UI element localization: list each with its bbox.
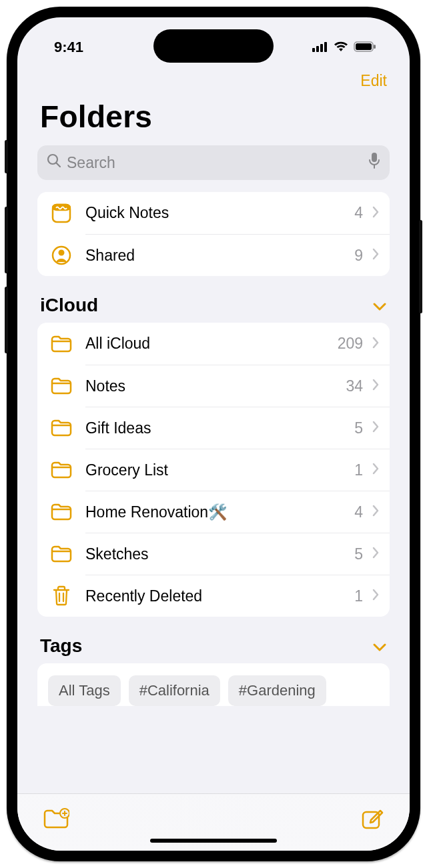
chevron-right-icon [372,547,379,561]
folder-count: 34 [346,377,363,395]
svg-point-14 [59,249,65,255]
chevron-right-icon [372,206,379,221]
tag-chip[interactable]: #California [129,675,220,706]
chevron-right-icon [372,505,379,519]
home-indicator[interactable] [150,839,277,843]
folder-icon [49,374,73,398]
svg-rect-2 [320,44,323,52]
chevron-right-icon [372,589,379,603]
folder-row[interactable]: Sketches 5 [37,533,390,575]
folder-icon [49,416,73,440]
svg-rect-3 [324,42,327,52]
folder-count: 5 [354,419,363,437]
svg-rect-5 [356,43,372,50]
svg-rect-1 [316,46,319,52]
folder-label: Shared [85,247,345,265]
new-folder-button[interactable] [43,807,69,833]
section-header-icloud[interactable]: iCloud [37,295,390,323]
folder-label: Grocery List [85,461,345,479]
tag-chip[interactable]: #Gardening [228,675,326,706]
tag-chip[interactable]: All Tags [48,675,121,706]
wifi-icon [333,39,349,56]
mic-icon[interactable] [368,152,380,173]
folder-count: 1 [354,461,363,479]
folder-row[interactable]: Gift Ideas 5 [37,407,390,449]
tags-card: All Tags #California #Gardening [37,663,390,706]
folder-label: Gift Ideas [85,419,345,437]
folder-label: Quick Notes [85,204,345,222]
folder-icon [49,542,73,566]
chevron-right-icon [372,463,379,477]
top-items-card: Quick Notes 4 Shared 9 [37,192,390,276]
chevron-right-icon [372,421,379,435]
folder-row[interactable]: Home Renovation🛠️ 4 [37,491,390,533]
search-placeholder: Search [67,154,115,172]
folder-row-recently-deleted[interactable]: Recently Deleted 1 [37,575,390,617]
folder-row[interactable]: Notes 34 [37,365,390,407]
folder-icon [49,458,73,482]
chevron-down-icon [372,295,387,316]
folder-row[interactable]: All iCloud 209 [37,323,390,365]
chevron-right-icon [372,248,379,263]
trash-icon [49,584,73,608]
svg-rect-6 [374,45,376,49]
section-header-tags[interactable]: Tags [37,635,390,663]
icloud-card: All iCloud 209 Notes 34 [37,323,390,617]
compose-button[interactable] [360,807,384,833]
folder-label: Recently Deleted [85,587,345,605]
folder-count: 1 [354,587,363,605]
svg-rect-0 [312,48,315,52]
search-input[interactable]: Search [37,145,390,180]
folder-row-shared[interactable]: Shared 9 [37,234,390,276]
folder-count: 5 [354,545,363,563]
folder-row[interactable]: Grocery List 1 [37,449,390,491]
battery-icon [354,39,376,56]
folder-count: 4 [354,204,363,222]
chevron-right-icon [372,379,379,393]
folder-icon [49,332,73,356]
folder-row-quick-notes[interactable]: Quick Notes 4 [37,192,390,234]
section-title: Tags [40,635,82,657]
svg-line-8 [57,163,61,167]
search-icon [47,153,61,172]
status-time: 9:41 [54,39,83,56]
svg-rect-9 [372,153,377,162]
section-title: iCloud [40,295,98,316]
folder-label: All iCloud [85,335,328,353]
quicknote-icon [49,201,73,225]
folder-label: Notes [85,377,336,395]
folder-count: 209 [338,335,363,353]
folder-label: Sketches [85,545,345,563]
folder-count: 4 [354,503,363,521]
edit-button[interactable]: Edit [360,72,387,90]
folder-count: 9 [354,247,363,265]
folder-label: Home Renovation🛠️ [85,503,345,521]
chevron-right-icon [372,337,379,351]
page-title: Folders [17,95,410,145]
chevron-down-icon [372,635,387,657]
cellular-icon [312,39,328,56]
shared-icon [49,243,73,267]
folder-icon [49,500,73,524]
